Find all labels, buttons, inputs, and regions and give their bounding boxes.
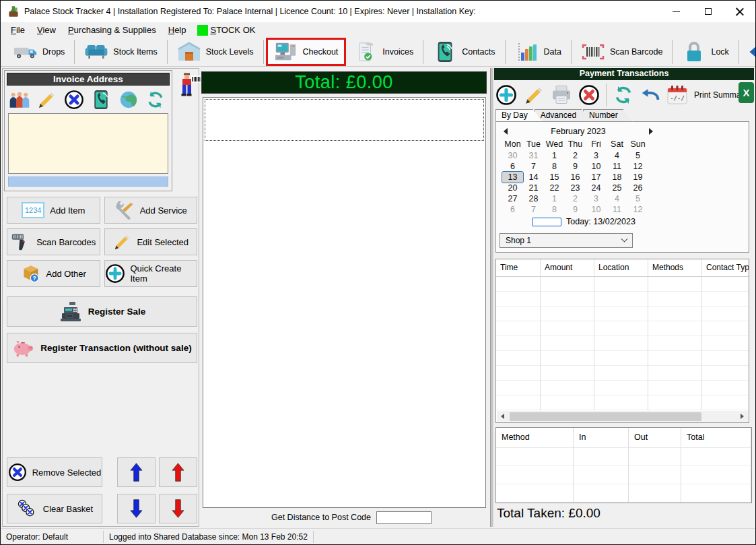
transactions-table[interactable]: TimeAmountLocationMethodsContact Type — [495, 259, 749, 423]
calendar-day[interactable]: 7 — [523, 161, 544, 172]
export-excel-icon[interactable]: X — [738, 82, 754, 103]
calendar-day[interactable]: 21 — [523, 183, 544, 193]
calendar-day[interactable]: 9 — [565, 204, 586, 215]
tab-advanced[interactable]: Advanced — [535, 109, 591, 122]
transactions-hscrollbar[interactable] — [497, 411, 748, 422]
contacts-people-icon[interactable] — [9, 90, 30, 110]
calendar-day[interactable]: 19 — [627, 172, 648, 183]
toolbar-item-drops[interactable]: Drops — [6, 39, 72, 65]
calendar-day[interactable]: 7 — [523, 204, 544, 215]
move-bottom-button[interactable] — [159, 494, 197, 523]
calendar-day[interactable]: 4 — [607, 193, 627, 204]
calendar-day[interactable]: 13 — [502, 172, 523, 183]
move-top-button[interactable] — [159, 457, 197, 487]
calendar-day[interactable]: 1 — [544, 150, 565, 161]
calendar-day[interactable]: 2 — [565, 193, 586, 204]
calendar-day[interactable]: 12 — [627, 204, 648, 215]
column-header[interactable]: Out — [629, 428, 681, 448]
calendar-day[interactable]: 31 — [523, 150, 544, 161]
remove-selected-button[interactable]: Remove Selected — [7, 457, 102, 487]
calendar-day[interactable]: 1 — [544, 193, 565, 204]
calendar-day[interactable]: 6 — [502, 161, 523, 172]
menu-purchasing-supplies[interactable]: Purchasing & Supplies — [62, 23, 162, 37]
calendar-day[interactable]: 5 — [627, 150, 648, 161]
register-transaction-button[interactable]: Register Transaction (without sale) — [7, 333, 197, 363]
scan-barcodes-button[interactable]: Scan Barcodes — [7, 228, 100, 255]
menu-view[interactable]: View — [31, 23, 62, 37]
person-barcode-icon[interactable] — [175, 71, 202, 100]
clear-basket-button[interactable]: Clear Basket — [7, 494, 102, 523]
summary-table[interactable]: MethodInOutTotal — [495, 427, 752, 503]
shop-selector[interactable]: Shop 1 — [500, 233, 633, 248]
column-header[interactable]: Amount — [541, 259, 594, 277]
print-summary-calendar-icon[interactable]: -/-/ — [666, 84, 688, 106]
calendar-next-icon[interactable] — [649, 128, 653, 135]
toolbar-item-stock-levels[interactable]: Stock Levels — [170, 39, 261, 65]
add-item-button[interactable]: 1234 Add Item — [7, 197, 100, 224]
edit-payment-pencil-icon[interactable] — [523, 84, 545, 106]
register-sale-button[interactable]: Register Sale — [7, 296, 197, 327]
undo-icon[interactable] — [640, 88, 660, 102]
calendar-day[interactable]: 11 — [607, 161, 627, 172]
calendar-day[interactable]: 10 — [586, 161, 607, 172]
calendar-day[interactable]: 30 — [502, 150, 523, 161]
calendar-day[interactable]: 17 — [586, 172, 607, 183]
column-header[interactable]: Method — [496, 428, 574, 448]
calendar-day[interactable]: 26 — [627, 183, 648, 193]
postcode-input[interactable] — [376, 511, 432, 524]
calendar-day[interactable]: 11 — [607, 204, 627, 215]
column-header[interactable]: Location — [594, 259, 648, 277]
column-header[interactable]: In — [574, 428, 629, 448]
calendar-day[interactable]: 8 — [544, 161, 565, 172]
calendar-day[interactable]: 8 — [544, 204, 565, 215]
refresh-address-icon[interactable] — [145, 90, 166, 110]
calendar-day[interactable]: 9 — [565, 161, 586, 172]
calendar-day[interactable]: 5 — [627, 193, 648, 204]
refresh-payments-icon[interactable] — [613, 84, 634, 106]
edit-selected-button[interactable]: Edit Selected — [104, 228, 198, 255]
basket-selection-area[interactable] — [205, 99, 484, 141]
calendar-day[interactable]: 16 — [565, 172, 586, 183]
menu-help[interactable]: Help — [162, 23, 193, 37]
toolbar-item-invoices[interactable]: Invoices — [346, 39, 421, 65]
add-other-button[interactable]: ? Add Other — [7, 260, 100, 287]
column-header[interactable]: Contact Type — [702, 259, 749, 277]
phone-address-icon[interactable] — [90, 90, 112, 110]
add-payment-icon[interactable] — [495, 84, 517, 106]
toolbar-item-logout[interactable]: Logout — [741, 39, 756, 65]
calendar-day[interactable]: 2 — [565, 150, 586, 161]
calendar-day[interactable]: 6 — [502, 204, 523, 215]
calendar-day[interactable]: 15 — [544, 172, 565, 183]
calendar-day[interactable]: 22 — [544, 183, 565, 193]
toolbar-item-contacts[interactable]: Contacts — [425, 39, 502, 65]
scroll-right-icon[interactable] — [736, 411, 748, 422]
move-down-button[interactable] — [117, 494, 156, 523]
calendar-day[interactable]: 3 — [586, 150, 607, 161]
calendar-day[interactable]: 25 — [607, 183, 627, 193]
toolbar-item-data[interactable]: Data — [508, 39, 569, 65]
toolbar-item-checkout[interactable]: Checkout — [266, 38, 347, 66]
column-header[interactable]: Methods — [648, 259, 702, 277]
calendar-month-label[interactable]: February 2023 — [508, 127, 649, 136]
menu-file[interactable]: File — [5, 23, 31, 37]
invoice-address-field[interactable] — [8, 113, 168, 174]
calendar-day[interactable]: 10 — [586, 204, 607, 215]
quick-create-item-button[interactable]: Quick Create Item — [104, 260, 198, 287]
calendar-day[interactable]: 14 — [523, 172, 544, 183]
calendar-day[interactable]: 12 — [627, 161, 648, 172]
calendar-day[interactable]: 20 — [502, 183, 523, 193]
move-up-button[interactable] — [117, 457, 156, 487]
globe-icon[interactable] — [118, 90, 139, 110]
column-header[interactable]: Total — [681, 428, 751, 448]
delete-payment-x-icon[interactable] — [578, 84, 600, 106]
calendar-day[interactable]: 28 — [523, 193, 544, 204]
close-button[interactable] — [724, 1, 755, 22]
calendar-day[interactable]: 24 — [586, 183, 607, 193]
toolbar-item-scan-barcode[interactable]: Scan Barcode — [574, 39, 671, 65]
calendar-day[interactable]: 4 — [607, 150, 627, 161]
minimize-button[interactable] — [660, 1, 692, 22]
calendar-today-label[interactable]: Today: 13/02/2023 — [566, 217, 635, 226]
toolbar-item-stock-items[interactable]: Stock Items — [77, 39, 164, 65]
add-service-button[interactable]: Add Service — [104, 197, 198, 224]
clear-address-x-icon[interactable] — [63, 90, 85, 110]
